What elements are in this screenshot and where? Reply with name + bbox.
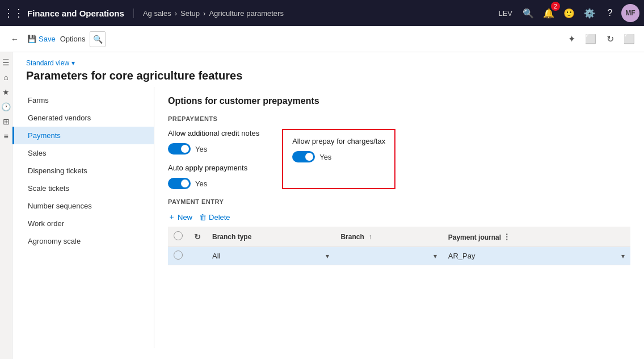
nav-calendar-icon[interactable]: ⊞ bbox=[1, 116, 12, 127]
toggle-label-credit-notes: Allow additional credit notes bbox=[168, 129, 259, 137]
th-refresh: ↻ bbox=[188, 227, 207, 247]
options-label: Options bbox=[60, 35, 86, 43]
prepayments-section-label: PREPAYMENTS bbox=[168, 115, 630, 122]
row-select-checkbox-cell bbox=[168, 247, 188, 265]
menu-item-agronomy-scale[interactable]: Agronomy scale bbox=[12, 232, 154, 250]
env-label: LEV bbox=[494, 9, 517, 18]
section-title: Options for customer prepayments bbox=[168, 96, 630, 106]
nav-clock-icon[interactable]: 🕐 bbox=[1, 101, 12, 112]
branch-dropdown-arrow[interactable]: ▾ bbox=[433, 252, 437, 260]
payment-journal-dropdown-arrow[interactable]: ▾ bbox=[621, 252, 625, 260]
breadcrumb-sep1: › bbox=[175, 9, 177, 18]
notification-badge: 2 bbox=[551, 2, 560, 11]
nav-star-icon[interactable]: ★ bbox=[1, 86, 12, 98]
top-navbar: ⋮⋮ Finance and Operations Ag sales › Set… bbox=[0, 0, 644, 26]
secondary-toolbar: ← 💾 Save Options 🔍 ✦ ⬜ ↻ ⬜ bbox=[0, 26, 644, 52]
row-select-checkbox[interactable] bbox=[174, 251, 183, 260]
row-branch-cell: ▾ bbox=[335, 247, 442, 265]
nav-house-icon[interactable]: ⌂ bbox=[1, 72, 12, 83]
column-options-icon[interactable]: ⋮ bbox=[503, 232, 511, 241]
menu-item-generated-vendors[interactable]: Generated vendors bbox=[12, 109, 154, 127]
table-header-row: ↻ Branch type Branch ↑ Pay bbox=[168, 227, 630, 247]
delete-icon: 🗑 bbox=[199, 213, 207, 222]
payment-journal-col-label: Payment journal bbox=[448, 233, 501, 241]
toggle-auto-apply-value: Yes bbox=[195, 180, 207, 188]
new-button[interactable]: ＋ New bbox=[168, 212, 192, 222]
toggle-credit-notes[interactable] bbox=[168, 143, 191, 155]
plus-icon: ＋ bbox=[168, 212, 175, 222]
detach-icon[interactable]: ⬜ bbox=[621, 31, 637, 47]
toolbar-search-input[interactable]: 🔍 bbox=[90, 31, 106, 47]
grid-icon[interactable]: ⋮⋮ bbox=[5, 4, 23, 22]
search-icon[interactable]: 🔍 bbox=[519, 4, 537, 22]
toggle-group-credit-notes: Allow additional credit notes Yes bbox=[168, 129, 259, 155]
row-branch-type-cell: All ▾ bbox=[207, 247, 335, 265]
toggle-prepay-charges[interactable] bbox=[292, 151, 315, 162]
toggle-label-prepay-charges: Allow prepay for charges/tax bbox=[292, 137, 385, 145]
topnav-right-icons: LEV 🔍 🔔2 🙂 ⚙️ ? MF bbox=[494, 4, 639, 22]
refresh-icon[interactable]: ↻ bbox=[194, 232, 201, 241]
page-title: Parameters for core agriculture features bbox=[26, 69, 630, 82]
chevron-down-icon: ▾ bbox=[71, 59, 75, 67]
split-icon[interactable]: ⬜ bbox=[583, 31, 599, 47]
toggle-auto-apply[interactable] bbox=[168, 178, 191, 189]
avatar[interactable]: MF bbox=[621, 4, 639, 22]
toggle-row-prepay-charges: Yes bbox=[292, 151, 385, 162]
th-checkbox bbox=[168, 227, 188, 247]
payment-entry-action-bar: ＋ New 🗑 Delete bbox=[168, 212, 630, 222]
breadcrumb: Ag sales › Setup › Agriculture parameter… bbox=[134, 9, 293, 18]
menu-item-work-order[interactable]: Work order bbox=[12, 215, 154, 232]
favorites-icon[interactable]: ✦ bbox=[563, 31, 579, 47]
menu-item-dispensing-tickets[interactable]: Dispensing tickets bbox=[12, 162, 154, 180]
left-toggles: Allow additional credit notes Yes bbox=[168, 129, 259, 189]
breadcrumb-setup[interactable]: Setup bbox=[180, 9, 200, 18]
nav-list-icon[interactable]: ≡ bbox=[1, 131, 12, 142]
toggle-row-auto-apply: Yes bbox=[168, 178, 259, 189]
refresh-icon[interactable]: ↻ bbox=[602, 31, 618, 47]
row-refresh-cell bbox=[188, 247, 207, 265]
menu-item-number-sequences[interactable]: Number sequences bbox=[12, 197, 154, 215]
app-title: Finance and Operations bbox=[23, 9, 134, 18]
branch-type-dropdown-arrow[interactable]: ▾ bbox=[326, 252, 329, 260]
th-branch-type: Branch type bbox=[207, 227, 335, 247]
branch-type-col-label: Branch type bbox=[212, 233, 251, 241]
table-row[interactable]: All ▾ ▾ bbox=[168, 247, 630, 265]
notification-icon[interactable]: 🔔2 bbox=[540, 4, 558, 22]
right-content: Options for customer prepayments PREPAYM… bbox=[154, 87, 644, 348]
payment-entry-section: PAYMENT ENTRY ＋ New 🗑 Delete bbox=[168, 198, 630, 265]
toggle-group-auto-apply: Auto apply prepayments Yes bbox=[168, 164, 259, 189]
standard-view-dropdown[interactable]: Standard view ▾ bbox=[26, 59, 630, 67]
standard-view-label: Standard view bbox=[26, 59, 69, 67]
smiley-icon[interactable]: 🙂 bbox=[560, 4, 578, 22]
select-all-checkbox[interactable] bbox=[174, 231, 183, 240]
left-menu: Farms Generated vendors Payments Sales D… bbox=[12, 87, 154, 348]
row-branch-type-value: All bbox=[212, 252, 220, 260]
back-button[interactable]: ← bbox=[7, 31, 23, 47]
toggle-label-auto-apply: Auto apply prepayments bbox=[168, 164, 259, 172]
menu-item-scale-tickets[interactable]: Scale tickets bbox=[12, 180, 154, 197]
delete-label: Delete bbox=[209, 213, 230, 222]
breadcrumb-agsales[interactable]: Ag sales bbox=[143, 9, 171, 18]
help-icon[interactable]: ? bbox=[601, 4, 619, 22]
th-branch: Branch ↑ bbox=[335, 227, 442, 247]
main-layout: ☰ ⌂ ★ 🕐 ⊞ ≡ Standard view ▾ Parameters f… bbox=[0, 52, 644, 359]
content-area: Standard view ▾ Parameters for core agri… bbox=[12, 52, 644, 359]
branch-col-label: Branch bbox=[340, 233, 364, 241]
th-payment-journal: Payment journal ⋮ bbox=[443, 227, 630, 247]
row-payment-journal-cell: AR_Pay ▾ bbox=[443, 247, 630, 265]
menu-item-sales[interactable]: Sales bbox=[12, 144, 154, 162]
menu-item-payments[interactable]: Payments bbox=[12, 127, 154, 144]
branch-sort-icon[interactable]: ↑ bbox=[368, 233, 372, 241]
nav-home-icon[interactable]: ☰ bbox=[1, 57, 12, 68]
save-button[interactable]: 💾 Save bbox=[27, 35, 56, 43]
payment-entry-label: PAYMENT ENTRY bbox=[168, 198, 630, 205]
menu-item-farms[interactable]: Farms bbox=[12, 91, 154, 109]
new-label: New bbox=[178, 213, 192, 222]
save-icon: 💾 bbox=[27, 35, 36, 43]
save-label: Save bbox=[39, 35, 56, 43]
settings-icon[interactable]: ⚙️ bbox=[580, 4, 599, 22]
row-payment-journal-value: AR_Pay bbox=[448, 252, 475, 260]
breadcrumb-agparams[interactable]: Agriculture parameters bbox=[209, 9, 284, 18]
delete-button[interactable]: 🗑 Delete bbox=[199, 213, 230, 222]
breadcrumb-sep2: › bbox=[203, 9, 205, 18]
